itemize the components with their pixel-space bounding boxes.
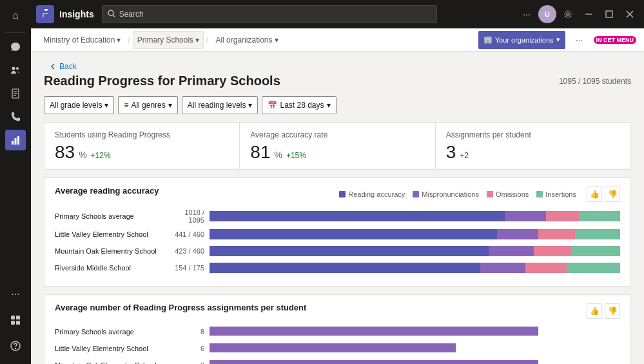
org-chevron: ▾ <box>556 35 560 44</box>
summary-card-students: Students using Reading Progress 83 % +12… <box>44 123 240 169</box>
genre-icon: ≡ <box>124 101 128 110</box>
accuracy-number: 81 <box>250 143 270 161</box>
students-card-label: Students using Reading Progress <box>55 130 229 139</box>
assignments-chart-actions: 👍 👎 <box>587 303 620 319</box>
content-area: Back Reading Progress for Primary School… <box>31 52 644 364</box>
accuracy-row-2: Little Valley Elementry School 441 / 460 <box>55 228 620 241</box>
row2-count: 441 / 460 <box>171 230 210 238</box>
sidebar: ⌂ ··· <box>0 0 31 364</box>
chat-icon[interactable] <box>5 37 26 57</box>
more-icon[interactable]: ··· <box>5 284 26 305</box>
summary-cards: Students using Reading Progress 83 % +12… <box>44 122 631 170</box>
assignments-chart-header: Average number of Reading Progress assig… <box>55 303 620 319</box>
thumbs-down-button[interactable]: 👎 <box>605 187 620 202</box>
legend-reading-accuracy: Reading accuracy <box>339 190 405 198</box>
row3-omissions-seg <box>534 246 571 256</box>
genre-chevron-icon: ▾ <box>168 101 172 110</box>
thumbs-up-button[interactable]: 👍 <box>587 187 602 202</box>
row3-mispron-seg <box>489 246 534 256</box>
assignments-thumbs-down-button[interactable]: 👎 <box>605 303 620 319</box>
close-icon[interactable] <box>621 5 639 23</box>
row2-accuracy-seg <box>210 229 497 239</box>
svg-rect-9 <box>11 316 15 319</box>
minimize-icon[interactable] <box>580 5 598 23</box>
row4-accuracy-seg <box>210 263 480 273</box>
help-icon[interactable] <box>5 336 26 356</box>
calls-icon[interactable] <box>5 106 26 127</box>
assignments-card-label: Assignments per student <box>446 130 620 139</box>
date-filter[interactable]: 📅 Last 28 days ▾ <box>262 96 336 114</box>
row3-count: 423 / 460 <box>171 247 210 255</box>
row1-label: Primary Schools average <box>55 212 171 220</box>
row1-accuracy-seg <box>210 211 505 221</box>
accuracy-legend: Reading accuracy Mispronunciations Omiss… <box>339 190 576 198</box>
accuracy-chart-actions: 👍 👎 <box>587 187 620 202</box>
assign-row2-seg <box>210 343 456 352</box>
svg-point-17 <box>567 13 569 15</box>
grade-level-filter[interactable]: All grade levels ▾ <box>44 96 114 114</box>
apps-icon[interactable] <box>5 310 26 330</box>
assignments-chart-title: Average number of Reading Progress assig… <box>55 303 306 312</box>
teams-logo <box>36 5 54 23</box>
assignments-icon[interactable] <box>5 83 26 104</box>
reading-level-filter[interactable]: All reading levels ▾ <box>182 96 259 114</box>
nav-primary-schools[interactable]: Primary Schools ▾ <box>133 31 204 49</box>
assign-row-3: Mountain Oak Elementry School 8 <box>55 359 620 364</box>
more-actions-icon[interactable]: ··· <box>518 5 536 23</box>
assignments-number: 3 <box>446 143 456 161</box>
reading-level-label: All reading levels <box>188 101 246 110</box>
assignments-thumbs-up-button[interactable]: 👍 <box>587 303 602 319</box>
search-bar[interactable]: Search <box>102 5 437 23</box>
nav-ministry-label: Ministry of Education <box>43 35 115 45</box>
mispronunciations-dot <box>413 191 419 197</box>
date-chevron-icon: ▾ <box>327 101 331 110</box>
students-card-value: 83 % +12% <box>55 143 229 161</box>
nav-all-orgs-chevron: ▾ <box>275 35 278 45</box>
row2-bar <box>210 229 620 239</box>
svg-point-1 <box>16 67 19 70</box>
row1-omissions-seg <box>546 211 579 221</box>
assignments-chart-section: Average number of Reading Progress assig… <box>44 294 631 364</box>
org-button-label: Your organizations <box>495 36 554 44</box>
org-button[interactable]: 🏢 Your organizations ▾ <box>478 31 565 49</box>
summary-card-assignments: Assignments per student 3 +2 <box>436 123 630 169</box>
nav-sep-1: / <box>128 35 130 45</box>
accuracy-change: +15% <box>286 151 306 160</box>
more-options-icon[interactable]: ··· <box>571 31 589 49</box>
activity-icon[interactable]: ⌂ <box>5 5 26 26</box>
page-header: Reading Progress for Primary Schools 109… <box>44 74 631 88</box>
insertions-label: Insertions <box>545 190 576 198</box>
assign-row3-seg <box>210 360 538 364</box>
row4-count: 154 / 175 <box>171 264 210 272</box>
row4-label: Riverside Middle School <box>55 264 171 272</box>
row3-bar <box>210 246 620 256</box>
maximize-icon[interactable] <box>600 5 618 23</box>
app-name: Insights <box>59 9 94 19</box>
nav-sep-2: / <box>206 35 208 45</box>
svg-rect-19 <box>606 11 612 17</box>
assign-row-2: Little Valley Elementry School 6 <box>55 342 620 355</box>
main-content: Insights Search ··· U Mini <box>31 0 644 364</box>
row2-mispron-seg <box>497 229 538 239</box>
accuracy-row-1: Primary Schools average 1018 / 1095 <box>55 208 620 224</box>
assign-row1-bar <box>210 327 620 337</box>
summary-card-accuracy: Average accuracy rate 81 % +15% <box>240 123 435 169</box>
teams-icon[interactable] <box>5 60 26 81</box>
sidebar-bottom: ··· <box>5 284 26 364</box>
assign-row-1: Primary Schools average 8 <box>55 325 620 338</box>
row4-insertions-seg <box>567 263 620 273</box>
omissions-label: Omissions <box>496 190 529 198</box>
genre-filter[interactable]: ≡ All genres ▾ <box>118 96 177 114</box>
search-placeholder: Search <box>119 10 144 19</box>
avatar[interactable]: U <box>538 5 556 23</box>
settings-icon[interactable] <box>559 5 577 23</box>
back-button[interactable]: Back <box>44 59 631 74</box>
nav-all-orgs[interactable]: All organizations ▾ <box>211 31 282 49</box>
accuracy-card-value: 81 % +15% <box>250 143 424 161</box>
nav-primary-chevron: ▾ <box>195 35 199 45</box>
org-icon: 🏢 <box>483 35 493 44</box>
students-number: 83 <box>55 143 75 161</box>
assignments-card-value: 3 +2 <box>446 143 620 161</box>
insights-icon[interactable] <box>5 130 26 150</box>
nav-ministry[interactable]: Ministry of Education ▾ <box>39 31 125 49</box>
